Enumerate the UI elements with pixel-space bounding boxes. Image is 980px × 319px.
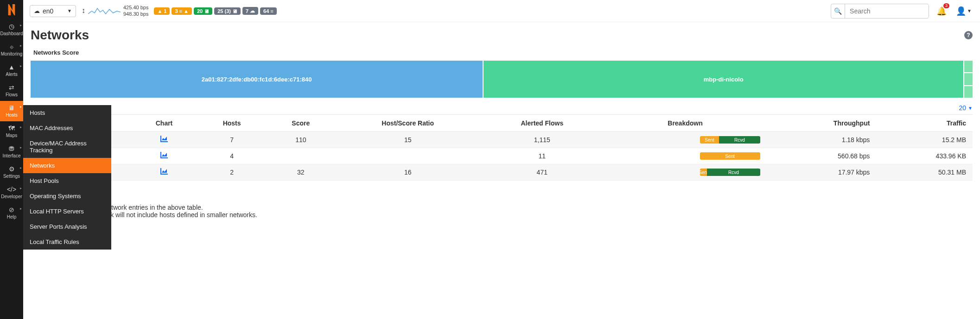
cell-chart xyxy=(131,132,197,148)
breakdown-sent: Sent xyxy=(700,169,707,176)
col-throughput[interactable]: Throughput xyxy=(767,115,877,132)
hosts-submenu: Hosts MAC Addresses Device/MAC Address T… xyxy=(23,105,111,250)
sidebar: ◷ Dashboard ▸ ⟐ Monitoring ▸ ▲ Alerts ▸ … xyxy=(0,0,23,319)
col-ratio[interactable]: Host/Score Ratio xyxy=(335,115,480,132)
user-menu[interactable]: 👤 ▼ xyxy=(954,4,974,18)
sidebar-label: Hosts xyxy=(6,113,18,118)
chevron-right-icon: ▸ xyxy=(20,23,22,27)
notifications-button[interactable]: 🔔 3 xyxy=(935,4,948,18)
badge-devices[interactable]: 25 (3) 🖥 xyxy=(214,7,241,15)
submenu-local-traffic-rules[interactable]: Local Traffic Rules xyxy=(23,234,111,250)
col-breakdown[interactable]: Breakdown xyxy=(604,115,766,132)
breakdown-sent: Sent xyxy=(700,152,760,160)
submenu-hosts[interactable]: Hosts xyxy=(23,105,111,120)
networks-score-label: Networks Score xyxy=(31,43,973,61)
laptop-icon: 🖥 xyxy=(8,104,15,112)
caret-down-icon: ▼ xyxy=(967,8,972,13)
col-hosts[interactable]: Hosts xyxy=(197,115,267,132)
uplink-rate: 425.40 bps xyxy=(123,5,148,11)
traffic-sparkline: ↕ 425.40 bps 948.30 bps xyxy=(82,5,148,17)
sidebar-item-monitoring[interactable]: ⟐ Monitoring ▸ xyxy=(0,40,23,60)
badge-hosts[interactable]: 20 🖥 xyxy=(194,7,212,15)
col-alerted[interactable]: Alerted Flows xyxy=(480,115,604,132)
code-icon: </> xyxy=(7,185,16,194)
col-traffic[interactable]: Traffic xyxy=(876,115,973,132)
gauge-icon: ◷ xyxy=(9,22,14,31)
sidebar-item-maps[interactable]: 🗺 Maps ▸ xyxy=(0,121,23,142)
networks-score-bar: 2a01:827:2dfe:db00:fc1d:6dee:c71:840 mbp… xyxy=(31,61,973,98)
breakdown-rcvd: Rcvd xyxy=(707,169,760,176)
badge-flows[interactable]: 64 ≡ xyxy=(260,7,277,15)
search-button[interactable]: 🔍 xyxy=(831,4,845,18)
chart-link[interactable] xyxy=(160,168,168,176)
search-icon: 🔍 xyxy=(834,7,842,15)
sidebar-label: Dashboard xyxy=(0,31,23,36)
sidebar-item-interface[interactable]: ⛃ Interface ▸ xyxy=(0,142,23,162)
cell-score: 110 xyxy=(266,132,335,148)
cell-traffic: 50.31 MB xyxy=(876,164,973,181)
interface-name: en0 xyxy=(43,7,53,15)
breakdown-bar: SentRcvd xyxy=(700,169,760,176)
help-button[interactable]: ? xyxy=(964,31,973,39)
help-icon: ⊘ xyxy=(9,206,14,214)
cell-traffic: 433.96 KB xyxy=(876,148,973,164)
cell-ratio xyxy=(335,148,480,164)
page-title: Networks xyxy=(31,28,89,43)
chart-link[interactable] xyxy=(160,136,168,144)
chevron-right-icon: ▸ xyxy=(20,64,22,68)
gear-icon: ⚙ xyxy=(9,165,15,173)
cell-alerted: 1,115 xyxy=(480,132,604,148)
cell-score xyxy=(266,148,335,164)
sidebar-item-help[interactable]: ⊘ Help ▸ xyxy=(0,203,23,223)
search-input[interactable] xyxy=(845,5,929,18)
cell-traffic: 15.2 MB xyxy=(876,132,973,148)
cell-breakdown: SentRcvd xyxy=(604,132,766,148)
table-header-row: Chart Hosts Score Host/Score Ratio Alert… xyxy=(31,115,973,132)
chart-link[interactable] xyxy=(160,152,168,160)
cloud-icon: ☁ xyxy=(34,7,40,14)
score-segment-2[interactable]: mbp-di-nicolo xyxy=(484,61,963,98)
badge-alert-2[interactable]: 3 ≡ ▲ xyxy=(172,7,192,15)
score-segment-1[interactable]: 2a01:827:2dfe:db00:fc1d:6dee:c71:840 xyxy=(31,61,483,98)
status-badges: ▲ 1 3 ≡ ▲ 20 🖥 25 (3) 🖥 7 ☁ 64 ≡ xyxy=(154,7,276,15)
badge-cloud[interactable]: 7 ☁ xyxy=(242,7,258,15)
sidebar-item-developer[interactable]: </> Developer ▸ xyxy=(0,182,23,203)
updown-icon: ↕ xyxy=(82,8,85,14)
table-row: 7 110 15 1,115 SentRcvd 1.18 kbps 15.2 M… xyxy=(31,132,973,148)
chevron-right-icon: ▸ xyxy=(20,186,22,190)
submenu-host-pools[interactable]: Host Pools xyxy=(23,173,111,188)
submenu-local-http-servers[interactable]: Local HTTP Servers xyxy=(23,204,111,219)
cell-alerted: 11 xyxy=(480,148,604,164)
cell-hosts: 7 xyxy=(197,132,267,148)
submenu-mac-addresses[interactable]: MAC Addresses xyxy=(23,120,111,136)
interface-selector[interactable]: ☁ en0 ▼ xyxy=(30,5,76,17)
sidebar-item-flows[interactable]: ⇄ Flows xyxy=(0,81,23,101)
col-chart[interactable]: Chart xyxy=(131,115,197,132)
sidebar-item-settings[interactable]: ⚙ Settings ▸ xyxy=(0,162,23,182)
downlink-rate: 948.30 bps xyxy=(123,11,148,17)
sidebar-label: Help xyxy=(7,215,17,219)
sidebar-item-alerts[interactable]: ▲ Alerts ▸ xyxy=(0,60,23,81)
sidebar-label: Developer xyxy=(1,194,22,199)
page-size-selector[interactable]: 20 ▼ xyxy=(959,104,973,112)
sidebar-label: Interface xyxy=(3,154,21,158)
user-icon: 👤 xyxy=(956,6,966,16)
networks-table: Chart Hosts Score Host/Score Ratio Alert… xyxy=(31,114,973,181)
chevron-right-icon: ▸ xyxy=(20,105,22,109)
submenu-networks[interactable]: Networks xyxy=(23,158,111,173)
sidebar-label: Alerts xyxy=(6,72,18,77)
chevron-right-icon: ▸ xyxy=(20,44,22,48)
col-score[interactable]: Score xyxy=(266,115,335,132)
submenu-operating-systems[interactable]: Operating Systems xyxy=(23,188,111,204)
logo[interactable] xyxy=(0,0,23,19)
submenu-device-mac-tracking[interactable]: Device/MAC Address Tracking xyxy=(23,136,111,158)
breakdown-bar: SentRcvd xyxy=(700,136,760,144)
badge-alert-1[interactable]: ▲ 1 xyxy=(154,7,170,15)
sidebar-item-hosts[interactable]: 🖥 Hosts ▸ xyxy=(0,101,23,121)
notification-count: 3 xyxy=(943,3,949,8)
chevron-right-icon: ▸ xyxy=(20,166,22,170)
submenu-server-ports-analysis[interactable]: Server Ports Analysis xyxy=(23,219,111,234)
sidebar-item-dashboard[interactable]: ◷ Dashboard ▸ xyxy=(0,19,23,40)
cell-hosts: 4 xyxy=(197,148,267,164)
score-segment-rest[interactable] xyxy=(964,61,973,98)
